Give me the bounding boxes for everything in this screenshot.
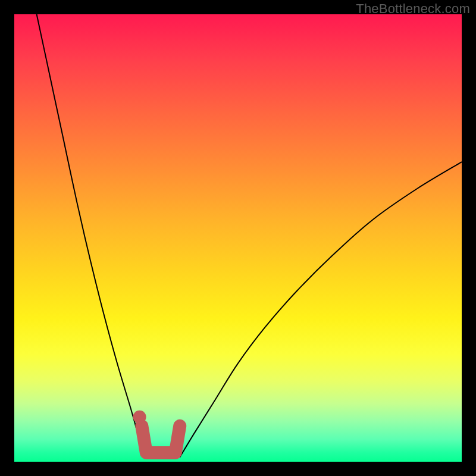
u-marker-path	[142, 426, 180, 453]
right-curve	[180, 162, 462, 457]
u-marker-dot	[133, 411, 146, 424]
watermark-text: TheBottleneck.com	[356, 1, 470, 17]
left-curve	[37, 14, 146, 457]
chart-svg	[14, 14, 462, 462]
chart-frame	[14, 14, 462, 462]
